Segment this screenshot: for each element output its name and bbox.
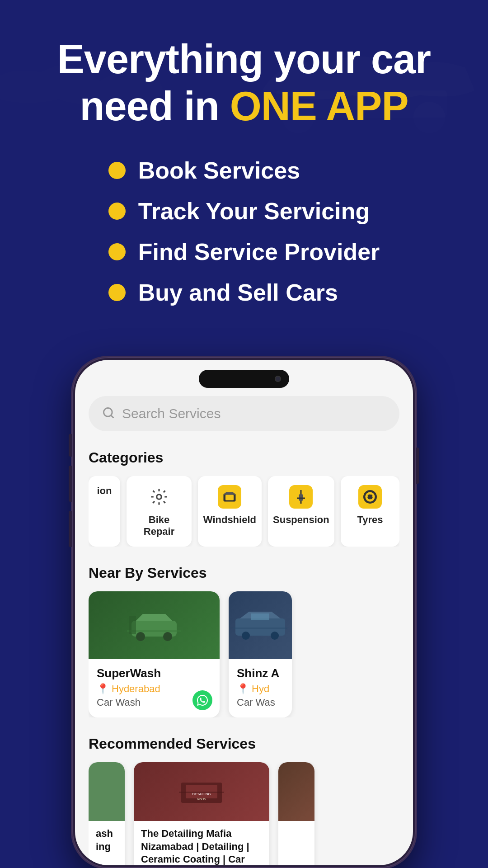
phone-screen: Search Services Categories ion [75,360,413,865]
category-bike-repair-name: Bike Repair [135,514,183,538]
location-pin-icon: 📍 [97,683,109,695]
bullet-dot-buy [108,284,126,301]
search-bar[interactable]: Search Services [89,396,399,431]
rec-partial-left-body: ashing [89,821,125,865]
category-suspension[interactable]: Suspension [268,476,334,547]
category-suspension-name: Suspension [273,514,329,526]
categories-section: Categories ion [89,449,399,547]
hero-title-line2: need in [80,84,230,129]
hero-section: Everything your car need in ONE APP Book… [0,0,488,347]
shinz-name: Shinz A [237,666,284,680]
svg-point-13 [367,494,373,500]
hero-title-highlight: ONE APP [230,84,408,129]
dynamic-island [199,370,289,388]
feature-text-buy: Buy and Sell Cars [138,279,338,306]
rec-partial-right-img [278,762,314,821]
category-partial-name: ion [97,485,112,497]
features-list: Book Services Track Your Servicing Find … [108,157,380,320]
svg-text:MAFIA: MAFIA [197,797,206,800]
svg-rect-27 [233,627,287,629]
svg-point-20 [163,632,172,641]
recommended-section: Recommended Services ashing [89,736,399,865]
search-icon [102,406,115,421]
service-card-shinz[interactable]: Shinz A 📍 Hyd Car Was [229,591,292,717]
service-cards-row: SuperWash 📍 Hyderabad Car Wash [89,591,399,717]
recommended-title: Recommended Services [89,736,399,752]
feature-text-find: Find Service Provider [138,238,380,265]
svg-rect-6 [225,495,234,500]
hero-title: Everything your car need in ONE APP [27,36,461,130]
detailing-body: The Detailing Mafia Nizamabad | Detailin… [134,821,269,865]
shinz-type: Car Was [237,697,284,708]
detailing-name: The Detailing Mafia Nizamabad | Detailin… [141,827,262,865]
category-tyres-name: Tyres [357,514,383,526]
bullet-dot-find [108,243,126,260]
svg-rect-22 [129,616,136,634]
rec-partial-left-img [89,762,125,821]
silent-button [69,434,72,457]
svg-text:DETAILING: DETAILING [192,792,211,796]
feature-text-book: Book Services [138,157,300,184]
bullet-dot-book [108,162,126,179]
svg-point-4 [157,495,162,500]
svg-point-24 [242,632,250,640]
shinz-body: Shinz A 📍 Hyd Car Was [229,659,292,717]
feature-book: Book Services [108,157,380,184]
category-windshield-name: Windshield [203,514,256,526]
feature-buy: Buy and Sell Cars [108,279,380,306]
hero-title-line1: Everything your car [57,37,431,82]
nearby-title: Near By Services [89,565,399,581]
service-card-superwash[interactable]: SuperWash 📍 Hyderabad Car Wash [89,591,220,717]
rec-cards-row: ashing DETA [89,762,399,865]
search-placeholder: Search Services [122,406,221,421]
svg-point-19 [136,632,145,641]
rec-card-partial-left[interactable]: ashing [89,762,125,865]
detailing-img: DETAILING MAFIA [134,762,269,821]
gear-icon [147,485,171,509]
location-pin-icon-shinz: 📍 [237,683,249,695]
power-button [416,448,419,484]
phone-mockup: Search Services Categories ion [72,357,416,868]
nearby-section: Near By Services [89,565,399,717]
categories-row: ion Bike Repair [89,476,399,547]
shinz-image [229,591,292,659]
bullet-dot-track [108,203,126,220]
superwash-name: SuperWash [97,666,211,680]
feature-track: Track Your Servicing [108,198,380,225]
feature-find: Find Service Provider [108,238,380,265]
front-camera [275,376,281,382]
category-tyres[interactable]: Tyres [341,476,399,547]
superwash-location: 📍 Hyderabad [97,683,211,695]
whatsapp-button-superwash[interactable] [192,690,212,710]
phone-frame: Search Services Categories ion [72,357,416,868]
superwash-image [89,591,220,659]
rec-card-partial-right[interactable] [278,762,314,865]
category-bike-repair[interactable]: Bike Repair [127,476,192,547]
volume-down-button [69,511,72,547]
rec-partial-left-name: ashing [96,827,117,853]
category-windshield[interactable]: Windshield [198,476,262,547]
windshield-icon [218,485,241,509]
suspension-icon [289,485,313,509]
volume-up-button [69,466,72,502]
tyre-icon [358,485,382,509]
shinz-location: 📍 Hyd [237,683,284,695]
category-partial[interactable]: ion [89,476,120,547]
rec-card-detailing[interactable]: DETAILING MAFIA The Detailing Mafia Niza… [134,762,269,865]
svg-point-25 [271,632,279,640]
svg-rect-26 [251,613,269,620]
phone-content: Search Services Categories ion [75,360,413,865]
feature-text-track: Track Your Servicing [138,198,370,225]
categories-title: Categories [89,449,399,466]
